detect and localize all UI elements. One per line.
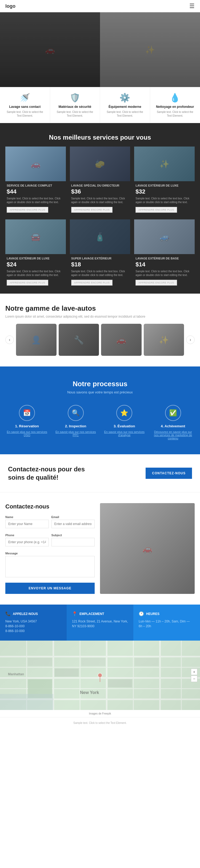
service-price-2: $36 [71, 188, 129, 195]
map-zoom-in[interactable]: + [191, 669, 197, 675]
service-btn-2[interactable]: APPRENDRE ENCORE PLUS [71, 207, 113, 213]
service-desc-5: Sample text. Click to select the text bo… [71, 270, 129, 277]
service-price-4: $24 [7, 261, 65, 268]
message-textarea[interactable] [5, 556, 95, 577]
gallery-item-3: 🚗 [101, 324, 142, 356]
features-row: 🚿 Lavage sans contact Sample text. Click… [0, 87, 200, 123]
process-step-link-2[interactable]: En savoir plus sur nos services PPC [54, 430, 98, 437]
subject-input[interactable] [52, 538, 95, 546]
logo: logo [5, 3, 15, 9]
cta-button[interactable]: CONTACTEZ-NOUS [145, 468, 192, 479]
feature-text-3: Sample text. Click to select the Text El… [104, 110, 146, 118]
process-icon-wrap-1: 📅 [19, 405, 35, 421]
form-row-name-email: Name Email [5, 516, 95, 531]
contact-image: 🚗 [100, 503, 195, 594]
info-card-location: 📍 EMPLACEMENT 121 Rock Street, 21 Avenue… [67, 604, 133, 641]
submit-button[interactable]: ENVOYER UN MESSAGE [5, 583, 95, 594]
svg-rect-19 [0, 694, 53, 710]
feature-card-2: 🛡️ Matériaux de sécurité Sample text. Cl… [50, 87, 100, 123]
feature-text-1: Sample text. Click to select the Text El… [4, 110, 46, 118]
gallery-subtitle: Lorem ipsum dolor sit amet, consectetur … [5, 315, 195, 318]
phone-input[interactable] [5, 538, 49, 546]
process-steps: 📅 1. Réservation En savoir plus sur nos … [5, 405, 195, 441]
service-card-3: ✨ LAVAGE EXTÉRIEUR DE LUXE $32 Sample te… [134, 147, 195, 215]
process-title: Notre processus [5, 380, 195, 388]
footer: Sample text. Click to select the Text El… [0, 717, 200, 728]
contact-title: Contactez-nous [5, 503, 95, 510]
process-step-3: ⭐ 3. Évaluation En savoir plus sur nos s… [103, 405, 146, 441]
process-icon-wrap-3: ⭐ [116, 405, 132, 421]
gallery-prev-arrow[interactable]: ‹ [5, 336, 14, 344]
map-svg: Manhattan New York [0, 641, 200, 710]
service-body-5: SUPER LAVAGE EXTÉRIEUR $18 Sample text. … [70, 254, 130, 288]
hours-line-1: Lun-Ven — 11h – 20h, Sam, Dim — [139, 620, 195, 623]
service-btn-5[interactable]: APPRENDRE ENCORE PLUS [71, 280, 113, 286]
form-group-email: Email [52, 516, 95, 528]
location-icon: 📍 [72, 611, 77, 616]
phone-card-title: 📞 APPELEZ-NOUS [5, 611, 61, 616]
phone-icon: 📞 [5, 611, 11, 616]
evaluation-icon: ⭐ [120, 409, 128, 417]
service-price-6: $14 [135, 261, 193, 268]
service-btn-4[interactable]: APPRENDRE ENCORE PLUS [7, 280, 48, 286]
name-label: Name [5, 516, 49, 519]
service-desc-1: Sample text. Click to select the text bo… [7, 197, 65, 204]
feature-icon-2: 🛡️ [54, 93, 96, 103]
process-step-link-1[interactable]: En savoir plus sur nos services QSO [5, 430, 49, 437]
gallery-inner: 👤 🔧 🚗 ✨ [16, 324, 184, 356]
map-controls: + − [191, 669, 197, 682]
hamburger-menu[interactable]: ☰ [189, 3, 195, 10]
email-label: Email [52, 516, 95, 519]
cta-section: Contactez-nous pour des soins de qualité… [0, 454, 200, 492]
service-desc-2: Sample text. Click to select the text bo… [71, 197, 129, 204]
feature-icon-3: ⚙️ [104, 93, 146, 103]
process-step-link-4[interactable]: Découvrez en savoir plus sur nos service… [152, 430, 195, 440]
map-section: Manhattan New York + − [0, 641, 200, 710]
service-body-2: LAVAGE SPÉCIAL DU DIRECTEUR $36 Sample t… [70, 181, 130, 215]
svg-text:New York: New York [80, 690, 99, 695]
service-name-6: LAVAGE EXTÉRIEUR DE BASE [135, 257, 193, 260]
process-step-link-3[interactable]: En savoir plus sur nos services d'analys… [103, 430, 146, 437]
process-step-title-4: 4. Achèvement [152, 424, 195, 428]
service-body-3: LAVAGE EXTÉRIEUR DE LUXE $32 Sample text… [134, 181, 195, 215]
service-desc-3: Sample text. Click to select the text bo… [135, 197, 193, 204]
footer-text: Sample text. Click to select the Text El… [5, 721, 195, 724]
service-btn-1[interactable]: APPRENDRE ENCORE PLUS [7, 207, 48, 213]
map-zoom-out[interactable]: − [191, 676, 197, 682]
contact-form: Contactez-nous Name Email Phone Subject … [5, 503, 100, 594]
svg-rect-13 [28, 658, 52, 666]
info-card-phone: 📞 APPELEZ-NOUS New York, USA 34567 8-866… [0, 604, 67, 641]
site-header: logo ☰ [0, 0, 200, 12]
service-card-4: 🚘 LAVAGE EXTÉRIEUR DE LUXE $24 Sample te… [5, 219, 66, 288]
process-section: Notre processus Nous savons que votre te… [0, 367, 200, 454]
feature-title-2: Matériaux de sécurité [54, 105, 96, 108]
email-input[interactable] [52, 520, 95, 528]
feature-icon-1: 🚿 [4, 93, 46, 103]
service-name-2: LAVAGE SPÉCIAL DU DIRECTEUR [71, 184, 129, 187]
service-image-3: ✨ [134, 147, 195, 181]
services-grid: 🚗 SERVICE DE LAVAGE COMPLET $44 Sample t… [5, 147, 195, 288]
form-group-subject: Subject [52, 533, 95, 546]
process-step-1: 📅 1. Réservation En savoir plus sur nos … [5, 405, 49, 441]
phone-label: Phone [5, 533, 49, 537]
service-price-3: $32 [135, 188, 193, 195]
service-image-4: 🚘 [5, 219, 66, 254]
service-desc-6: Sample text. Click to select the text bo… [135, 270, 193, 277]
svg-rect-17 [135, 658, 159, 666]
feature-card-4: 💧 Nettoyage en profondeur Sample text. C… [150, 87, 200, 123]
svg-text:Manhattan: Manhattan [8, 672, 24, 676]
gallery-item-2: 🔧 [59, 324, 99, 356]
gallery-next-arrow[interactable]: › [186, 336, 195, 344]
service-card-5: 🧴 SUPER LAVAGE EXTÉRIEUR $18 Sample text… [70, 219, 130, 288]
feature-card-3: ⚙️ Équipement moderne Sample text. Click… [100, 87, 150, 123]
contact-section: Contactez-nous Name Email Phone Subject … [0, 492, 200, 604]
map-caption: Images de Freepik [0, 710, 200, 717]
name-input[interactable] [5, 520, 49, 528]
feature-card-1: 🚿 Lavage sans contact Sample text. Click… [0, 87, 50, 123]
service-btn-6[interactable]: APPRENDRE ENCORE PLUS [135, 280, 177, 286]
service-btn-3[interactable]: APPRENDRE ENCORE PLUS [135, 207, 177, 213]
svg-rect-16 [108, 679, 132, 687]
service-card-6: 🚙 LAVAGE EXTÉRIEUR DE BASE $14 Sample te… [134, 219, 195, 288]
location-line-2: NY 92103-9000 [72, 624, 128, 628]
hero-section: 🚗 ✨ [0, 12, 200, 87]
